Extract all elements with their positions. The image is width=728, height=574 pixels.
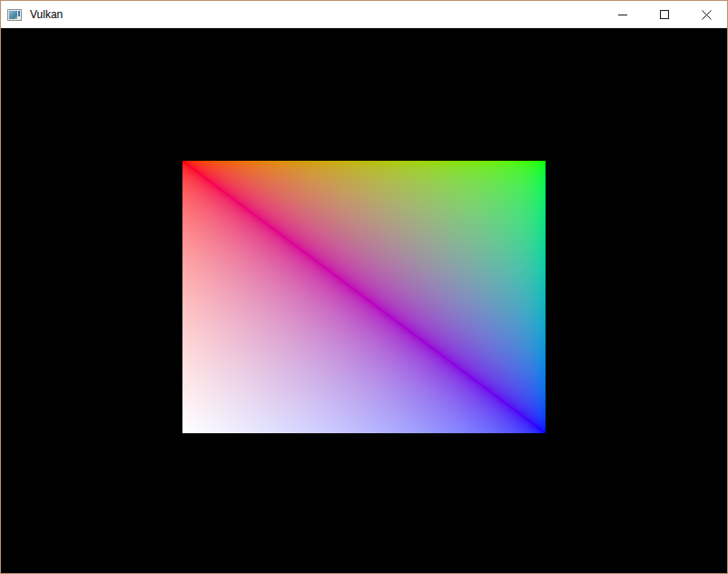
close-button[interactable]	[685, 1, 727, 28]
minimize-icon	[618, 15, 627, 15]
vulkan-render-quad	[182, 161, 546, 433]
window-title: Vulkan	[30, 8, 63, 21]
vulkan-window: Vulkan	[0, 0, 728, 574]
minimize-button[interactable]	[602, 1, 644, 28]
close-icon	[702, 10, 712, 20]
caption-buttons	[602, 1, 727, 28]
maximize-button[interactable]	[644, 1, 685, 28]
maximize-icon	[660, 10, 669, 19]
client-area	[1, 28, 727, 573]
app-window-icon[interactable]	[7, 9, 22, 21]
titlebar[interactable]: Vulkan	[1, 1, 727, 28]
